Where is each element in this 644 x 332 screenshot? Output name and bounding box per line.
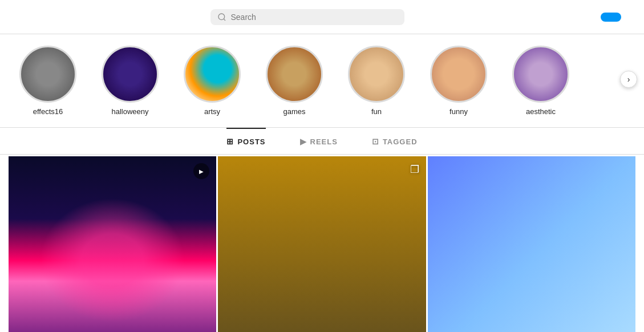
svg-point-0 [218,14,225,20]
story-item-funny[interactable]: funny [424,46,493,116]
svg-line-1 [224,19,225,21]
story-avatar-effects16 [19,46,76,103]
stories-row: effects16 halloweeny artsy games fun fun… [14,46,630,116]
tab-icon-tagged: ⊡ [372,137,379,146]
story-item-games[interactable]: games [260,46,329,116]
stories-section: effects16 halloweeny artsy games fun fun… [0,34,644,128]
story-item-fun[interactable]: fun [342,46,411,116]
story-avatar-aesthetic [512,46,569,103]
tab-label-tagged: TAGGED [383,137,418,146]
stories-next-button[interactable]: › [620,71,637,88]
post-post-2[interactable]: ❐ [218,156,426,332]
header [0,0,644,34]
search-icon [217,13,226,22]
story-label-effects16: effects16 [33,107,63,116]
story-avatar-fun [348,46,405,103]
tab-posts[interactable]: ⊞ POSTS [226,128,265,154]
story-avatar-artsy [184,46,241,103]
posts-grid: ▶❐ [9,155,636,332]
login-button[interactable] [601,13,621,22]
post-post-1[interactable]: ▶ [9,156,217,332]
header-actions [601,13,630,22]
search-bar[interactable] [210,9,404,25]
multi-icon: ❐ [410,163,419,176]
tabs-section: ⊞ POSTS ▶ REELS ⊡ TAGGED [0,128,644,155]
story-avatar-games [266,46,323,103]
play-icon: ▶ [193,163,209,179]
story-label-artsy: artsy [204,107,220,116]
tab-label-posts: POSTS [237,137,265,146]
story-avatar-funny [430,46,487,103]
tab-icon-reels: ▶ [300,137,307,146]
story-label-funny: funny [449,107,468,116]
story-item-aesthetic[interactable]: aesthetic [507,46,575,116]
tab-reels[interactable]: ▶ REELS [300,128,338,154]
post-post-3[interactable] [428,156,636,332]
tab-label-reels: REELS [310,137,338,146]
tab-icon-posts: ⊞ [226,137,234,146]
tab-tagged[interactable]: ⊡ TAGGED [372,128,418,154]
story-label-games: games [283,107,305,116]
search-input[interactable] [231,13,398,22]
story-item-halloweeny[interactable]: halloweeny [96,46,164,116]
story-avatar-halloweeny [102,46,159,103]
story-label-halloweeny: halloweeny [111,107,148,116]
story-item-artsy[interactable]: artsy [178,46,246,116]
story-label-aesthetic: aesthetic [526,107,556,116]
story-item-effects16[interactable]: effects16 [14,46,82,116]
story-label-fun: fun [371,107,382,116]
